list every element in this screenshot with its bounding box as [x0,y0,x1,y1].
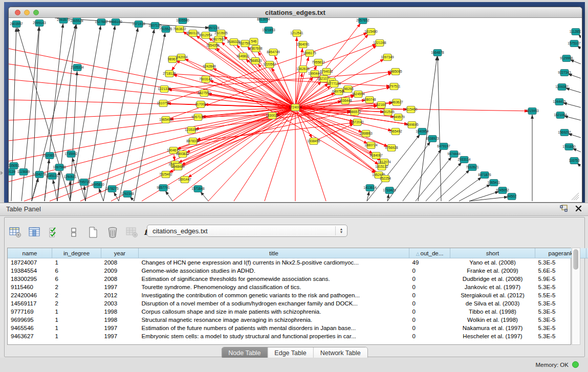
network-canvas[interactable]: 2403557209914320935711065528152766264661… [9,18,581,202]
row-select-check-icon[interactable] [48,226,61,239]
svg-text:1678275: 1678275 [105,187,119,190]
new-table-icon[interactable] [86,226,100,239]
svg-text:8878334: 8878334 [186,139,200,143]
svg-text:7603144: 7603144 [199,77,212,81]
svg-text:9245052: 9245052 [496,188,509,192]
table-cell: 1 [52,258,101,267]
svg-text:9699695: 9699695 [405,123,419,126]
table-cell [586,283,588,291]
node-table[interactable]: namein_degreeyeartitle△out_de...shortpag… [7,248,571,345]
table-cell: Estimation of the future numbers of pati… [139,324,409,332]
svg-text:9115460: 9115460 [405,107,418,111]
svg-text:5493822: 5493822 [176,152,189,156]
table-row[interactable]: 977716911998Corpus callosum shape and si… [8,308,588,316]
table-cell: 2008 [101,258,139,267]
dropdown-stepper-icon: ▲▼ [335,226,345,235]
svg-text:9756928: 9756928 [385,146,398,149]
svg-text:2099143: 2099143 [33,21,46,25]
rows-icon[interactable] [67,226,80,239]
column-header-out_de...[interactable]: △out_de... [409,248,450,258]
network-window-titlebar[interactable]: citations_edges.txt [9,7,582,18]
table-row[interactable]: 1830029562008Estimation of significance … [8,275,588,283]
svg-text:98967: 98967 [168,57,177,61]
svg-text:1724004: 1724004 [289,105,302,109]
svg-text:9267130: 9267130 [191,115,205,119]
svg-text:62160: 62160 [377,103,386,106]
table-cell: 1 [52,308,101,316]
table-cell: de Silva et al. (2003) [450,299,535,308]
scrollbar-thumb[interactable] [573,249,578,270]
table-row[interactable]: 1456911722003Disruption of a novel membe… [8,299,588,308]
svg-text:2322605: 2322605 [214,31,228,35]
svg-text:6479197: 6479197 [437,144,450,148]
table-vertical-scrollbar[interactable] [572,248,580,345]
column-header-short[interactable]: short [450,248,535,258]
table-panel: Table Panel [0,203,588,372]
table-cell: 2012 [101,291,139,299]
table-cell: Nakamura et al. (1997) [450,324,535,332]
table-row[interactable]: 969969511998Structural magnetic resonanc… [8,316,588,324]
network-window[interactable]: citations_edges.txt 24035572099143209357… [8,7,582,203]
svg-text:1621064: 1621064 [554,113,567,117]
svg-text:39139: 39139 [9,170,15,173]
delete-trash-icon[interactable] [106,226,119,239]
delete-table-icon-disabled [125,226,139,239]
svg-text:2718126: 2718126 [163,72,176,75]
table-cell: 1997 [101,283,139,291]
table-row[interactable]: 946362711997Embryonic stem cells: a mode… [8,332,588,340]
svg-text:8813054: 8813054 [257,18,270,21]
table-row[interactable]: 2242004622012Investigating the contribut… [8,291,588,299]
table-cell [586,324,588,332]
svg-text:6794022: 6794022 [320,70,333,73]
table-cell: 2 [52,283,101,291]
table-cell: 9699695 [8,316,52,324]
close-icon[interactable] [575,205,582,212]
table-cell: Structural magnetic resonance image aver… [139,316,409,324]
table-cell: 0 [409,267,450,275]
svg-text:9146821: 9146821 [236,54,250,58]
svg-text:7955812: 7955812 [312,60,325,64]
table-row[interactable]: 911546021997Tourette syndrome. Phenomeno… [8,283,588,291]
column-header-filler[interactable] [586,248,588,258]
table-row[interactable]: 1872400712008Changes of HCN gene express… [8,258,588,267]
svg-text:1610755: 1610755 [157,101,170,105]
table-row[interactable]: 1938455462009Genome-wide association stu… [8,267,588,275]
column-visibility-icon[interactable] [28,226,41,239]
table-settings-icon[interactable] [9,226,22,239]
table-toolbar: f(x) [9,224,158,241]
table-panel-title: Table Panel [6,205,41,213]
svg-text:1065411: 1065411 [488,181,500,184]
svg-text:2367608: 2367608 [249,47,263,50]
float-panel-icon[interactable] [560,205,568,212]
table-cell: Yano et al. (2008) [450,258,535,267]
column-header-title[interactable]: title [139,248,409,258]
table-selector-dropdown[interactable]: citations_edges.txt ▲▼ [147,225,347,237]
svg-text:1830029: 1830029 [266,114,279,117]
memory-status-label: Memory: OK [535,362,569,368]
column-header-name[interactable]: name [8,248,52,258]
table-cell: 9777169 [8,308,52,316]
svg-text:8427552: 8427552 [198,91,211,95]
svg-text:9857791: 9857791 [157,186,170,189]
table-cell [586,267,588,275]
svg-text:1068863: 1068863 [359,132,373,135]
column-header-in_degree[interactable]: in_degree [52,248,101,258]
table-cell: 1997 [101,324,139,332]
svg-text:1735992: 1735992 [64,152,78,156]
svg-text:3220567: 3220567 [263,62,276,66]
table-cell: 6 [52,275,101,283]
tab-network-table[interactable]: Network Table [314,347,367,359]
svg-text:1521853: 1521853 [262,28,275,32]
svg-text:8454749: 8454749 [267,50,280,54]
table-cell: Disruption of a novel member of a sodium… [139,299,409,308]
svg-text:3827503: 3827503 [212,37,225,41]
table-panel-header: Table Panel [0,203,588,216]
table-cell: 2009 [101,267,139,275]
svg-text:2105334: 2105334 [71,65,84,69]
sidebar-collapse-handle-icon[interactable] [1,171,3,175]
tab-edge-table[interactable]: Edge Table [268,347,313,359]
column-header-year[interactable]: year [101,248,139,258]
tab-node-table[interactable]: Node Table [222,347,268,359]
table-row[interactable]: 946554611997Estimation of the future num… [8,324,588,332]
svg-text:1065528: 1065528 [70,19,83,23]
